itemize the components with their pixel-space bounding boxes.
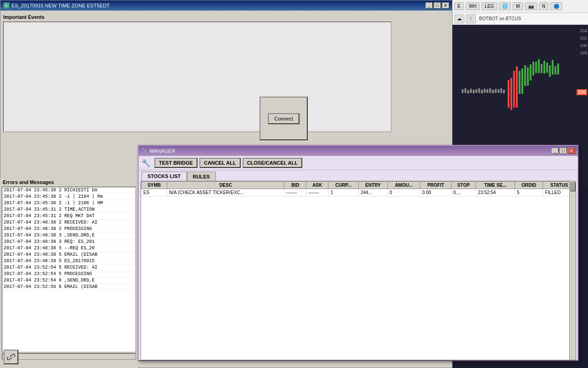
browser-tab-circle[interactable]: 🔵 <box>550 2 562 10</box>
manager-toolbar-icon: 🔧 <box>141 159 151 167</box>
col-timese: TIME SE... <box>476 182 515 189</box>
svg-rect-26 <box>481 90 483 93</box>
error-row: 2017-07-04 23:52:56 6 EMAIL (DISAB <box>2 284 136 290</box>
svg-rect-17 <box>530 64 531 80</box>
svg-rect-10 <box>510 78 512 110</box>
bg-restore-btn[interactable]: □ <box>434 2 441 9</box>
tab-stocks-list[interactable]: STOCKS LIST <box>141 172 187 181</box>
table-cell-1: N/A (CHECK ASSET TICKER/EXC... <box>167 189 284 196</box>
col-ask: ASK <box>306 182 328 189</box>
errors-list: 2017-07-04 23:45:30 2 RICHIESTI DA2017-0… <box>2 187 136 352</box>
bg-close-btn[interactable]: ✕ <box>442 2 449 9</box>
manager-window: 🔧 MANAGER _ □ ✕ 🔧 TEST BRIDGE CANCEL ALL… <box>138 145 579 361</box>
nav-toolbar: ☁ ↑ BOTBOT on BTCUS <box>452 13 588 25</box>
error-row: 2017-07-04 23:48:38 3 ,SEND_ORD,E <box>2 232 136 239</box>
manager-toolbar: 🔧 TEST BRIDGE CANCEL ALL CLOSE/CANCEL AL… <box>139 156 578 170</box>
table-cell-0: ES <box>141 189 167 196</box>
manager-minimize-btn[interactable]: _ <box>551 148 559 154</box>
table-cell-10: 5 <box>515 189 543 196</box>
table-cell-4: 1 <box>328 189 359 196</box>
table-cell-2: ------- <box>284 189 306 196</box>
col-stop: STOP <box>451 182 475 189</box>
horizontal-scrollbar[interactable] <box>2 353 136 360</box>
manager-restore-btn[interactable]: □ <box>560 148 567 154</box>
svg-rect-13 <box>519 71 520 94</box>
important-events-panel: Important Events <box>3 13 449 132</box>
col-entry: ENTRY <box>359 182 388 189</box>
svg-rect-12 <box>516 66 518 108</box>
svg-rect-23 <box>473 90 475 93</box>
svg-rect-5 <box>549 65 551 77</box>
svg-rect-33 <box>500 88 502 93</box>
chart-prices: 234 232 230 228 <box>580 27 587 57</box>
manager-table: SYMB DESC BID ASK CURP... ENTRY AMOU... … <box>141 181 576 196</box>
manager-titlebar: 🔧 MANAGER _ □ ✕ <box>139 146 578 156</box>
col-symb: SYMB <box>141 182 167 189</box>
error-row: 2017-07-04 23:45:31 2 TIME,ACTION <box>2 207 136 213</box>
svg-rect-0 <box>535 62 537 73</box>
svg-rect-3 <box>543 61 545 74</box>
svg-rect-2 <box>541 64 543 73</box>
error-row: 2017-07-04 23:52:54 6 ,SEND_ORD,E <box>2 277 136 284</box>
table-vertical-scrollbar[interactable] <box>569 181 576 360</box>
svg-rect-1 <box>538 59 540 73</box>
col-ordid: ORDID <box>515 182 543 189</box>
test-bridge-button[interactable]: TEST BRIDGE <box>154 158 198 168</box>
svg-rect-9 <box>508 80 509 108</box>
svg-rect-19 <box>462 89 464 93</box>
browser-tab-e[interactable]: E <box>454 2 464 10</box>
browser-tab-n[interactable]: N <box>539 2 548 10</box>
browser-tab-wh[interactable]: WH <box>466 2 480 10</box>
browser-tab-globe[interactable]: 🌐 <box>499 2 511 10</box>
upload-icon[interactable]: ↑ <box>466 14 476 23</box>
error-row: 2017-07-04 23:52:54 5 PROCESSING <box>2 271 136 277</box>
table-cell-5: 244... <box>359 189 388 196</box>
manager-close-btn[interactable]: ✕ <box>568 148 575 154</box>
svg-rect-11 <box>513 71 515 108</box>
browser-tab-leg[interactable]: LEG <box>481 2 497 10</box>
svg-rect-8 <box>557 63 559 75</box>
scrollbar-thumb <box>570 182 576 191</box>
error-row: 2017-07-04 23:52:54 5 RECEIVED: AI <box>2 264 136 271</box>
connect-box: Connect <box>260 97 308 140</box>
error-row: 2017-07-04 23:48:38 2 PROCESSING <box>2 226 136 232</box>
col-curp: CURP... <box>328 182 359 189</box>
bg-titlebar: E ES_20170915 NEW TIME ZONE EST5EDT _ □ … <box>0 0 452 11</box>
close-cancel-all-button[interactable]: CLOSE/CANCEL ALL <box>243 158 303 168</box>
botbot-label: BOTBOT on BTCUS <box>479 16 521 21</box>
error-row: 2017-07-04 23:45:31 2 REQ MKT DAT <box>2 213 136 219</box>
connect-button[interactable]: Connect <box>268 113 300 124</box>
svg-rect-6 <box>552 60 554 75</box>
svg-rect-22 <box>470 89 472 93</box>
svg-rect-16 <box>527 67 529 86</box>
bg-window-title: ES_20170915 NEW TIME ZONE EST5EDT <box>11 3 110 8</box>
table-cell-3: ------- <box>306 189 328 196</box>
link-icon <box>7 353 15 361</box>
col-desc: DESC <box>167 182 284 189</box>
chart-price-234: 234 <box>580 27 587 34</box>
chart-price-228: 228 <box>580 49 587 57</box>
manager-titlebar-left: 🔧 MANAGER <box>141 148 175 154</box>
svg-rect-28 <box>486 89 488 93</box>
svg-rect-21 <box>467 90 469 93</box>
manager-icon: 🔧 <box>141 148 148 154</box>
tab-rules[interactable]: RULES <box>187 172 216 181</box>
svg-rect-18 <box>532 62 534 75</box>
cloud-icon[interactable]: ☁ <box>454 14 464 23</box>
link-icon-box[interactable] <box>4 350 18 364</box>
svg-rect-24 <box>475 89 477 93</box>
browser-toolbar: E WH LEG 🌐 M 📷 N 🔵 <box>452 0 588 13</box>
svg-rect-25 <box>478 88 480 93</box>
table-row: ESN/A (CHECK ASSET TICKER/EXC...--------… <box>141 189 576 196</box>
bg-window-icon: E <box>3 2 10 9</box>
error-row: 2017-07-04 23:48:39 5 ES_20170915 <box>2 258 136 264</box>
browser-tab-instagram[interactable]: 📷 <box>525 2 537 10</box>
bg-minimize-btn[interactable]: _ <box>425 2 433 9</box>
browser-tab-m[interactable]: M <box>513 2 523 10</box>
errors-title: Errors and Messages <box>0 178 138 186</box>
chart-price-232: 232 <box>580 34 587 42</box>
cancel-all-button[interactable]: CANCEL ALL <box>199 158 241 168</box>
table-cell-6: 0 <box>388 189 420 196</box>
manager-title: MANAGER <box>150 148 175 154</box>
important-events-box <box>3 22 391 132</box>
